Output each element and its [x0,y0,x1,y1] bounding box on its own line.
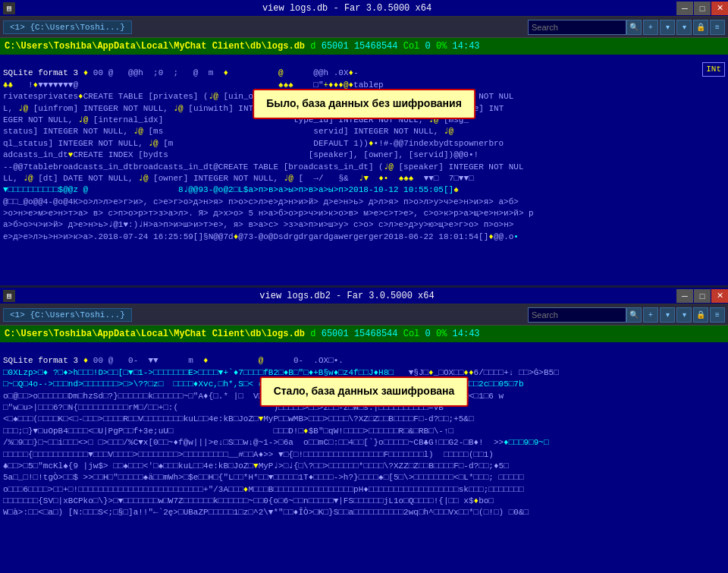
search-area-1: 🔍 + ▾ ▾ 🔒 ≡ [528,20,725,35]
content-area-1: SQLite format 3 ♦ 00 @ @@h ;0 ; @ m ♦ @ … [0,55,728,285]
main-container: ▤ view logs.db - Far 3.0.5000 x64 ─ □ ✕ … [0,0,728,573]
maximize-button-2[interactable]: □ [694,289,711,303]
tab-2[interactable]: <1> {C:\Users\Toshi...} [3,308,132,322]
content-text-2: SQLite format 3 ♦ 00 @ 0- ▼▼ m ♦ @ 0- .O… [3,344,725,530]
title-bar-left-1: ▤ [0,2,18,14]
minimize-button-2[interactable]: ─ [676,289,693,303]
minimize-button-1[interactable]: ─ [676,2,693,15]
search-area-2: 🔍 + ▾ ▾ 🔒 ≡ [528,307,725,323]
content-text-1: SQLite format 3 ♦ 00 @ @@h ;0 ; @ m ♦ @ … [3,56,725,255]
path-text-1: C:\Users\Toshiba\AppData\Local\MyChat Cl… [5,41,480,52]
app-icon-1: ▤ [3,2,15,14]
bottom-panel: ▤ view logs.db2 - Far 3.0.5000 x64 ─ □ ✕… [0,288,728,573]
window-title-1: view logs.db - Far 3.0.5000 x64 [262,3,431,14]
menu-icon-2[interactable]: ≡ [710,307,725,323]
tooltip-2: Стало, база данных зашифрована [260,376,469,407]
lock-icon-1[interactable]: 🔒 [693,20,708,35]
tooltip-1: Было, база данных без шифрования [253,89,475,119]
path-bar-2: C:\Users\Toshiba\AppData\Local\MyChat Cl… [0,326,728,342]
window-title-2: view logs.db2 - Far 3.0.5000 x64 [259,291,434,301]
top-panel: ▤ view logs.db - Far 3.0.5000 x64 ─ □ ✕ … [0,0,728,285]
tab-1[interactable]: <1> {C:\Users\Toshi...} [3,20,132,34]
menu-icon-1[interactable]: ≡ [710,20,725,35]
toolbar-2: <1> {C:\Users\Toshi...} 🔍 + ▾ ▾ 🔒 ≡ [0,304,728,326]
app-icon-2: ▤ [3,290,15,302]
title-controls-1: ─ □ ✕ [676,2,728,15]
add-icon-2[interactable]: + [643,307,658,323]
close-button-1[interactable]: ✕ [711,2,728,15]
maximize-button-1[interactable]: □ [694,2,711,15]
search-icon-1[interactable]: 🔍 [626,20,642,35]
title-controls-2: ─ □ ✕ [676,289,728,303]
path-text-2: C:\Users\Toshiba\AppData\Local\MyChat Cl… [5,329,480,339]
search-icon-2[interactable]: 🔍 [626,307,642,323]
title-bar-1: ▤ view logs.db - Far 3.0.5000 x64 ─ □ ✕ [0,0,728,17]
toolbar-1: <1> {C:\Users\Toshi...} 🔍 + ▾ ▾ 🔒 ≡ [0,17,728,38]
dropdown2-icon-2[interactable]: ▾ [676,307,692,323]
dropdown-icon-1[interactable]: ▾ [660,20,675,35]
toolbar-icons-1: 🔍 + ▾ ▾ 🔒 ≡ [626,20,725,35]
dropdown-icon-2[interactable]: ▾ [660,307,675,323]
close-button-2[interactable]: ✕ [711,289,728,303]
title-bar-left-2: ▤ [0,290,18,302]
add-icon-1[interactable]: + [643,20,658,35]
search-input-2[interactable] [528,307,626,323]
title-bar-2: ▤ view logs.db2 - Far 3.0.5000 x64 ─ □ ✕ [0,288,728,304]
dropdown2-icon-1[interactable]: ▾ [676,20,692,35]
int-label-1: INt [702,62,725,77]
path-bar-1: C:\Users\Toshiba\AppData\Local\MyChat Cl… [0,38,728,55]
content-area-2: SQLite format 3 ♦ 00 @ 0- ▼▼ m ♦ @ 0- .O… [0,342,728,573]
lock-icon-2[interactable]: 🔒 [693,307,708,323]
search-input-1[interactable] [528,20,626,35]
toolbar-icons-2: 🔍 + ▾ ▾ 🔒 ≡ [626,307,725,323]
